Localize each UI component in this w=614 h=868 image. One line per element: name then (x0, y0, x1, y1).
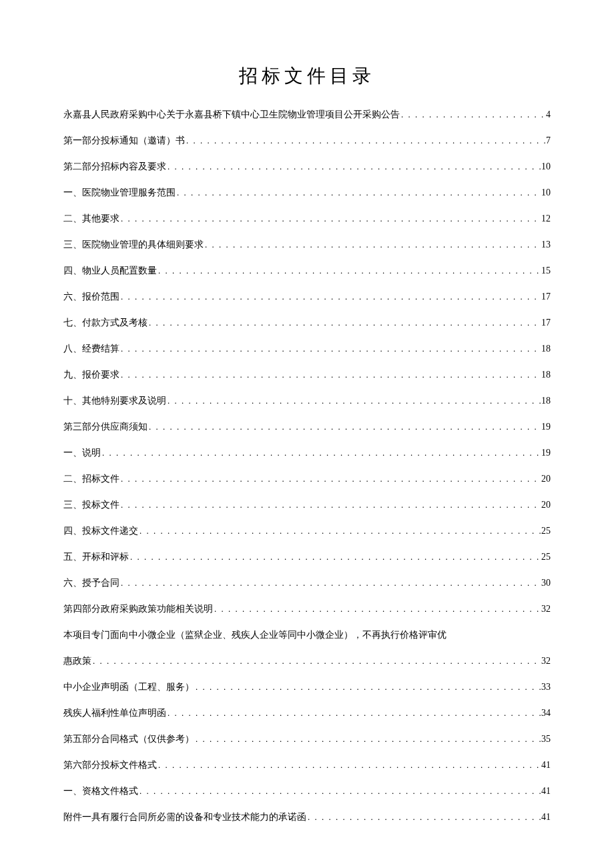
toc-label: 第四部分政府采购政策功能相关说明 (63, 602, 213, 616)
toc-label: 一、资格文件格式 (63, 784, 138, 798)
toc-dots (157, 264, 541, 278)
toc-label: 六、报价范围 (63, 290, 119, 304)
toc-label: 永嘉县人民政府采购中心关于永嘉县桥下镇中心卫生院物业管理项目公开采购公告 (63, 107, 400, 121)
toc-page-number: 12 (541, 211, 551, 226)
toc-dots (119, 342, 541, 356)
toc-dots (204, 238, 541, 252)
toc-entry: 附件一具有履行合同所必需的设备和专业技术能力的承诺函41 (63, 810, 551, 824)
toc-dots (119, 472, 541, 486)
toc-label: 四、投标文件递交 (63, 524, 138, 538)
toc-page-number: 20 (541, 472, 551, 486)
toc-label: 一、医院物业管理服务范围 (63, 185, 176, 199)
toc-label: 三、医院物业管理的具体细则要求 (63, 238, 204, 252)
toc-page-number: 10 (541, 159, 551, 173)
toc-dots (119, 212, 541, 226)
toc-label: 六、授予合同 (63, 576, 119, 590)
toc-entry: 二、招标文件20 (63, 472, 551, 486)
toc-dots (91, 655, 541, 668)
toc-dots (119, 576, 541, 590)
toc-label: 第二部分招标内容及要求 (63, 159, 166, 173)
toc-dots (176, 186, 541, 199)
toc-page-number: 35 (541, 732, 551, 746)
toc-dots (166, 707, 541, 720)
toc-label: 一、说明 (63, 446, 101, 460)
toc-page-number: 41 (541, 810, 551, 824)
toc-entry: 第五部分合同格式（仅供参考）35 (63, 732, 551, 746)
toc-label: 第一部分投标通知（邀请）书 (63, 133, 185, 147)
toc-page-number: 4 (546, 107, 551, 121)
toc-label: 五、开标和评标 (63, 550, 129, 564)
toc-label: 四、物业人员配置数量 (63, 264, 157, 278)
toc-label: 第六部分投标文件格式 (63, 758, 157, 772)
toc-entry: 二、其他要求12 (63, 211, 551, 226)
toc-dots (147, 420, 541, 434)
toc-page-number: 32 (541, 654, 551, 668)
toc-page-number: 30 (541, 576, 551, 590)
toc-page-number: 7 (546, 133, 551, 147)
toc-entry: 永嘉县人民政府采购中心关于永嘉县桥下镇中心卫生院物业管理项目公开采购公告4 (63, 107, 551, 121)
toc-dots (306, 811, 541, 824)
toc-entry: 三、医院物业管理的具体细则要求13 (63, 238, 551, 252)
toc-page-number: 18 (541, 342, 551, 356)
toc-page-number: 41 (541, 784, 551, 798)
toc-entry: 本项目专门面向中小微企业（监狱企业、残疾人企业等同中小微企业），不再执行价格评审… (63, 628, 551, 642)
toc-entry: 七、付款方式及考核17 (63, 316, 551, 330)
toc-entry: 第六部分投标文件格式41 (63, 758, 551, 772)
toc-page-number: 18 (541, 368, 551, 382)
toc-dots (138, 785, 541, 798)
toc-dots (166, 394, 541, 408)
toc-page-number: 17 (541, 290, 551, 304)
toc-dots (119, 368, 541, 382)
toc-page-number: 25 (541, 524, 551, 538)
toc-entry: 中小企业声明函（工程、服务）33 (63, 680, 551, 694)
toc-page-number: 20 (541, 498, 551, 512)
toc-label: 本项目专门面向中小微企业（监狱企业、残疾人企业等同中小微企业），不再执行价格评审… (63, 628, 446, 642)
toc-entry: 五、开标和评标25 (63, 550, 551, 564)
toc-label: 附件一具有履行合同所必需的设备和专业技术能力的承诺函 (63, 810, 306, 824)
toc-label: 三、投标文件 (63, 498, 119, 512)
toc-page-number: 41 (541, 758, 551, 772)
toc-page-number: 17 (541, 316, 551, 330)
toc-label: 残疾人福利性单位声明函 (63, 706, 166, 720)
toc-label: 二、招标文件 (63, 472, 119, 486)
toc-entry: 四、物业人员配置数量15 (63, 264, 551, 278)
toc-dots (157, 759, 541, 772)
toc-entry: 惠政策32 (63, 654, 551, 668)
toc-entry: 六、授予合同30 (63, 576, 551, 590)
toc-page-number: 10 (541, 185, 551, 199)
toc-dots (138, 524, 541, 538)
toc-dots (101, 446, 541, 460)
toc-entry: 第一部分投标通知（邀请）书7 (63, 133, 551, 147)
toc-page-number: 13 (541, 238, 551, 252)
toc-entry: 第三部分供应商须知19 (63, 420, 551, 434)
toc-dots (166, 160, 541, 173)
toc-entry: 第四部分政府采购政策功能相关说明32 (63, 602, 551, 616)
toc-dots (147, 316, 541, 330)
toc-entry: 九、报价要求18 (63, 368, 551, 382)
toc-page-number: 15 (541, 264, 551, 278)
toc-label: 惠政策 (63, 654, 91, 668)
toc-entry: 残疾人福利性单位声明函34 (63, 706, 551, 720)
toc-dots (185, 134, 546, 147)
toc-page-number: 34 (541, 706, 551, 720)
toc-page-number: 25 (541, 550, 551, 564)
toc-page-number: 32 (541, 602, 551, 616)
toc-dots (119, 290, 541, 304)
page-title: 招标文件目录 (63, 63, 551, 89)
toc-page-number: 33 (541, 680, 551, 694)
toc-page-number: 18 (541, 394, 551, 408)
toc-entry: 十、其他特别要求及说明18 (63, 394, 551, 408)
toc-entry: 三、投标文件20 (63, 498, 551, 512)
toc-label: 九、报价要求 (63, 368, 119, 382)
toc-entry: 八、经费结算18 (63, 342, 551, 356)
toc-label: 中小企业声明函（工程、服务） (63, 680, 194, 694)
toc-label: 二、其他要求 (63, 211, 119, 226)
toc-dots (194, 681, 541, 694)
toc-page-number: 19 (541, 446, 551, 460)
toc-dots (213, 602, 541, 616)
toc-dots (400, 108, 546, 121)
toc-entry: 四、投标文件递交25 (63, 524, 551, 538)
toc-label: 第三部分供应商须知 (63, 420, 147, 434)
toc-label: 七、付款方式及考核 (63, 316, 147, 330)
toc-dots (119, 498, 541, 512)
